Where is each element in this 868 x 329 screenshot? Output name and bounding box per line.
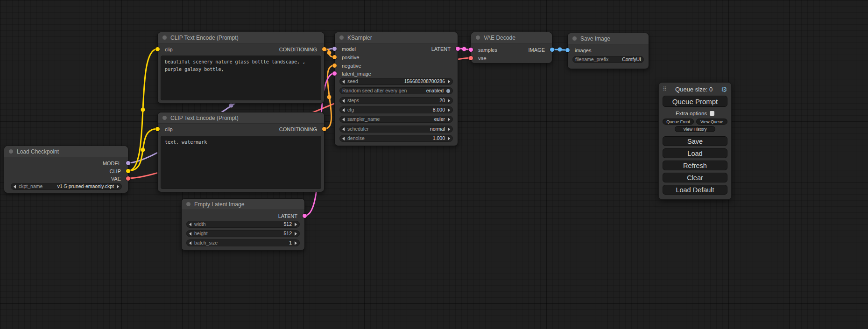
node-graph-canvas[interactable]: Load Checkpoint MODEL CLIP VAE ckpt_name… [0, 0, 868, 329]
port-positive-input[interactable] [332, 55, 337, 59]
widget-denoise[interactable]: denoise 1.000 [339, 135, 453, 142]
load-button[interactable]: Load [663, 148, 727, 158]
port-clip-input[interactable] [155, 127, 160, 131]
node-title: Save Image [580, 35, 610, 42]
port-samples-input[interactable] [469, 48, 473, 52]
node-load-checkpoint[interactable]: Load Checkpoint MODEL CLIP VAE ckpt_name… [4, 146, 128, 193]
drag-handle-icon[interactable]: ⠿ [663, 86, 667, 92]
queue-prompt-button[interactable]: Queue Prompt [663, 96, 727, 107]
increment-icon[interactable] [448, 80, 450, 84]
refresh-button[interactable]: Refresh [663, 161, 727, 170]
node-header[interactable]: CLIP Text Encode (Prompt) [158, 32, 324, 43]
node-header[interactable]: CLIP Text Encode (Prompt) [158, 112, 324, 124]
increment-icon[interactable] [448, 108, 450, 112]
widget-name: steps [347, 98, 359, 104]
collapse-toggle-icon[interactable] [339, 35, 344, 40]
negative-prompt-textarea[interactable]: text, watermark [161, 136, 321, 189]
node-vae-decode[interactable]: VAE Decode samples vae IMAGE [471, 32, 552, 63]
node-title: CLIP Text Encode (Prompt) [170, 115, 239, 121]
settings-gear-icon[interactable]: ⚙ [721, 86, 727, 93]
queue-menu-panel: ⠿ Queue size: 0 ⚙ Queue Prompt Extra opt… [658, 82, 732, 200]
output-label-clip: CLIP [110, 168, 121, 175]
widget-scheduler[interactable]: scheduler normal [339, 126, 453, 133]
node-save-image[interactable]: Save Image images filename_prefix ComfyU… [567, 33, 649, 69]
prev-value-icon[interactable] [14, 185, 16, 189]
widget-seed[interactable]: seed 156680208700286 [339, 78, 453, 85]
decrement-icon[interactable] [342, 108, 345, 112]
queue-front-button[interactable]: Queue Front [663, 119, 694, 125]
increment-icon[interactable] [295, 232, 297, 236]
view-history-button[interactable]: View History [675, 126, 715, 132]
collapse-toggle-icon[interactable] [9, 149, 13, 154]
node-clip-text-encode-negative[interactable]: CLIP Text Encode (Prompt) clip CONDITION… [157, 112, 325, 192]
next-value-icon[interactable] [448, 127, 450, 131]
input-label-images: images [575, 47, 591, 54]
port-vae-output[interactable] [126, 176, 130, 181]
toggle-dot-icon[interactable] [446, 89, 450, 93]
port-conditioning-output[interactable] [322, 127, 326, 131]
port-clip-output[interactable] [126, 169, 130, 173]
node-clip-text-encode-positive[interactable]: CLIP Text Encode (Prompt) clip CONDITION… [157, 32, 325, 104]
prev-value-icon[interactable] [342, 118, 345, 121]
widget-filename-prefix[interactable]: filename_prefix ComfyUI [572, 56, 644, 63]
decrement-icon[interactable] [342, 137, 345, 140]
decrement-icon[interactable] [189, 241, 191, 245]
node-header[interactable]: Save Image [568, 33, 649, 44]
collapse-toggle-icon[interactable] [162, 35, 167, 40]
view-queue-button[interactable]: View Queue [696, 119, 727, 125]
collapse-toggle-icon[interactable] [162, 116, 167, 120]
node-header[interactable]: VAE Decode [471, 32, 552, 43]
increment-icon[interactable] [448, 137, 450, 140]
widget-value: 8.000 [433, 107, 445, 113]
input-label-samples: samples [478, 46, 497, 54]
port-images-input[interactable] [565, 48, 570, 52]
wire-midpoint-dot [327, 51, 332, 55]
port-clip-input[interactable] [155, 47, 160, 51]
clear-button[interactable]: Clear [663, 173, 727, 182]
load-default-button[interactable]: Load Default [663, 185, 727, 195]
widget-cfg[interactable]: cfg 8.000 [339, 106, 453, 113]
node-empty-latent-image[interactable]: Empty Latent Image LATENT width 512 heig… [181, 198, 305, 251]
node-header[interactable]: Load Checkpoint [4, 146, 128, 157]
collapse-toggle-icon[interactable] [572, 36, 577, 41]
extra-options-checkbox[interactable] [710, 111, 714, 116]
collapse-toggle-icon[interactable] [186, 202, 191, 206]
port-vae-input[interactable] [469, 56, 473, 60]
port-latent-output[interactable] [456, 47, 460, 51]
widget-value: 1.000 [433, 135, 445, 141]
port-model-input[interactable] [332, 47, 337, 51]
prev-value-icon[interactable] [342, 127, 345, 131]
port-model-output[interactable] [126, 161, 130, 165]
widget-height[interactable]: height 512 [186, 230, 300, 237]
port-image-output[interactable] [550, 48, 554, 52]
port-latent-output[interactable] [303, 214, 307, 218]
widget-batch-size[interactable]: batch_size 1 [186, 239, 300, 246]
decrement-icon[interactable] [189, 232, 191, 236]
next-value-icon[interactable] [117, 185, 119, 189]
widget-value: enabled [426, 88, 444, 94]
decrement-icon[interactable] [342, 99, 345, 103]
node-ksampler[interactable]: KSampler model positive negative latent_… [334, 32, 458, 146]
decrement-icon[interactable] [189, 223, 191, 226]
port-latent-image-input[interactable] [332, 71, 337, 76]
widget-steps[interactable]: steps 20 [339, 97, 453, 104]
widget-width[interactable]: width 512 [186, 221, 300, 228]
output-label-model: MODEL [103, 160, 121, 167]
positive-prompt-textarea[interactable]: beautiful scenery nature glass bottle la… [161, 56, 321, 100]
node-header[interactable]: Empty Latent Image [182, 199, 304, 210]
save-button[interactable]: Save [663, 136, 727, 146]
increment-icon[interactable] [295, 223, 297, 226]
widget-random-seed-toggle[interactable]: Random seed after every gen enabled [339, 87, 453, 94]
port-conditioning-output[interactable] [322, 47, 326, 51]
wire-midpoint-dot [462, 47, 466, 51]
widget-name: Random seed after every gen [342, 88, 407, 94]
widget-ckpt-name[interactable]: ckpt_name v1-5-pruned-emaonly.ckpt [11, 183, 122, 190]
increment-icon[interactable] [295, 241, 297, 245]
port-negative-input[interactable] [332, 63, 337, 68]
node-header[interactable]: KSampler [335, 32, 458, 43]
collapse-toggle-icon[interactable] [476, 35, 480, 40]
increment-icon[interactable] [448, 99, 450, 103]
next-value-icon[interactable] [448, 118, 450, 121]
decrement-icon[interactable] [342, 80, 345, 84]
widget-sampler-name[interactable]: sampler_name euler [339, 116, 453, 123]
